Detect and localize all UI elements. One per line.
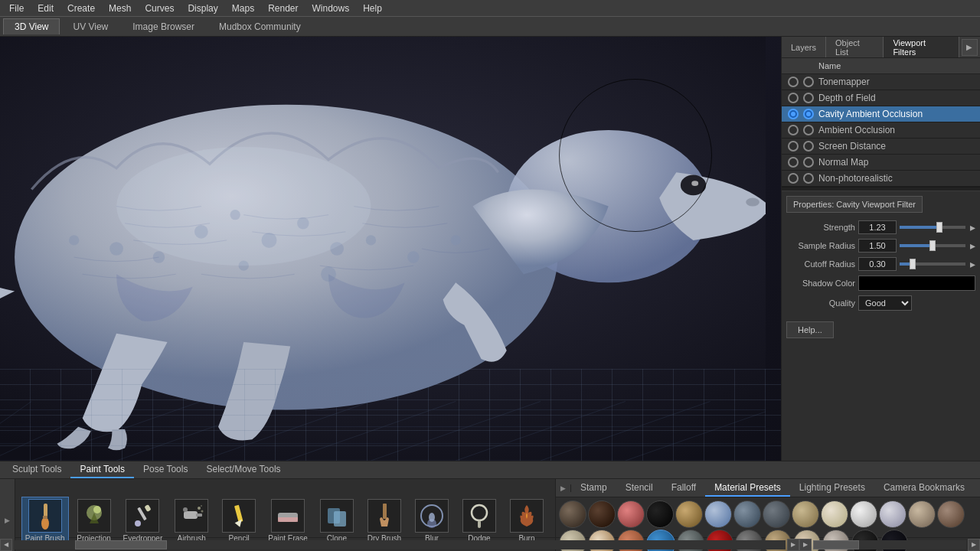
tab-3dview[interactable]: 3D View <box>3 18 60 34</box>
prop-slider-btn-sampleradius[interactable]: ▸ <box>970 240 975 252</box>
filter-dot-cavity[interactable] <box>788 109 799 119</box>
menu-curves[interactable]: Curves <box>139 2 180 15</box>
viewport-background <box>0 37 781 461</box>
material-ball-11[interactable] <box>850 500 877 528</box>
tab-imagebrowser[interactable]: Image Browser <box>121 18 206 34</box>
prop-slider-btn-strength[interactable]: ▸ <box>970 221 975 233</box>
tool-dodge[interactable]: Dodge <box>457 497 501 545</box>
subtab-material-presets[interactable]: Material Presets <box>705 479 790 497</box>
projection-icon <box>77 499 111 533</box>
bottom-right-scroll-thumb[interactable] <box>813 540 859 549</box>
subtab-lighting-presets[interactable]: Lighting Presets <box>790 479 874 497</box>
tab-paint-tools[interactable]: Paint Tools <box>70 461 133 478</box>
material-ball-2[interactable] <box>588 500 616 528</box>
subtab-camera-bookmarks[interactable]: Camera Bookmarks <box>874 479 974 497</box>
subtab-stencil[interactable]: Stencil <box>616 479 662 497</box>
material-ball-3[interactable] <box>617 500 645 528</box>
filter-visibility-ao[interactable] <box>803 125 814 135</box>
prop-swatch-shadowcolor[interactable] <box>858 276 975 291</box>
filter-item-normalmap[interactable]: Normal Map <box>782 155 980 171</box>
material-ball-4[interactable] <box>646 500 674 528</box>
filter-visibility-normalmap[interactable] <box>803 157 814 168</box>
menu-windows[interactable]: Windows <box>305 2 355 15</box>
bottom-right-scroll-track[interactable] <box>813 540 966 549</box>
prop-input-strength[interactable] <box>858 220 897 234</box>
menu-file[interactable]: File <box>3 2 30 15</box>
tool-clone[interactable]: Clone <box>315 497 359 545</box>
filter-visibility-cavity[interactable] <box>803 109 814 119</box>
prop-input-sampleradius[interactable] <box>858 239 897 253</box>
filter-dot-ao[interactable] <box>788 125 799 135</box>
menu-maps[interactable]: Maps <box>226 2 260 15</box>
prop-select-quality[interactable]: Low Medium Good High <box>858 295 912 311</box>
brush-scroll-left-arrow[interactable]: ▶ <box>556 484 571 492</box>
menu-mesh[interactable]: Mesh <box>103 2 137 15</box>
filter-dot-npr[interactable] <box>788 173 799 184</box>
filter-dot-normalmap[interactable] <box>788 157 799 168</box>
help-button[interactable]: Help... <box>786 321 834 338</box>
material-ball-12[interactable] <box>879 500 906 528</box>
tab-uvview[interactable]: UV View <box>61 18 119 34</box>
menu-help[interactable]: Help <box>357 2 388 15</box>
tool-projection[interactable]: Projection <box>72 497 116 545</box>
tab-sculpt-tools[interactable]: Sculpt Tools <box>3 461 70 478</box>
panel-arrow-button[interactable]: ▶ <box>962 39 978 56</box>
viewport-scroll-thumb[interactable] <box>75 540 167 549</box>
filter-item-ao[interactable]: Ambient Occlusion <box>782 122 980 139</box>
tab-mudboxcommunity[interactable]: Mudbox Community <box>207 18 312 34</box>
tool-airbrush[interactable]: Airbrush <box>169 497 214 545</box>
prop-input-cutoffradius[interactable] <box>858 257 897 271</box>
filter-dot-screendist[interactable] <box>788 141 799 152</box>
material-ball-10[interactable] <box>821 500 848 528</box>
filter-visibility-tonemapper[interactable] <box>803 77 814 87</box>
svg-rect-49 <box>234 504 243 522</box>
viewport-scroll-track[interactable] <box>14 540 786 549</box>
scroll-left-arrow[interactable]: ◀ <box>0 539 12 551</box>
tool-drybrush[interactable]: Dry Brush <box>362 497 407 545</box>
scroll-far-right-arrow[interactable]: ▶ <box>968 539 980 551</box>
filter-item-screendist[interactable]: Screen Distance <box>782 139 980 155</box>
tool-blur[interactable]: Blur <box>410 497 454 545</box>
menu-create[interactable]: Create <box>61 2 101 15</box>
filter-dot-tonemapper[interactable] <box>788 77 799 87</box>
tab-pose-tools[interactable]: Pose Tools <box>134 461 197 478</box>
material-ball-1[interactable] <box>559 500 586 528</box>
filter-dot-dof[interactable] <box>788 93 799 103</box>
filter-visibility-npr[interactable] <box>803 173 814 184</box>
tab-layers[interactable]: Layers <box>782 37 826 57</box>
material-ball-7[interactable] <box>733 500 761 528</box>
prop-slider-strength[interactable] <box>900 226 965 229</box>
tab-selectmove-tools[interactable]: Select/Move Tools <box>197 461 289 478</box>
subtab-stamp[interactable]: Stamp <box>571 479 616 497</box>
prop-slider-btn-cutoffradius[interactable]: ▸ <box>970 258 975 270</box>
tool-burn[interactable]: Burn <box>505 497 549 545</box>
material-ball-5[interactable] <box>675 500 703 528</box>
filter-item-tonemapper[interactable]: Tonemapper <box>782 74 980 90</box>
scroll-right-arrow[interactable]: ▶ <box>799 539 812 551</box>
filter-visibility-dof[interactable] <box>803 93 814 103</box>
prop-slider-cutoffradius[interactable] <box>900 262 965 266</box>
material-ball-13[interactable] <box>908 500 936 528</box>
material-ball-6[interactable] <box>704 500 732 528</box>
material-ball-8[interactable] <box>763 500 790 528</box>
scroll-right-end-arrow[interactable]: ▶ <box>787 539 799 551</box>
menu-display[interactable]: Display <box>181 2 224 15</box>
menu-render[interactable]: Render <box>262 2 304 15</box>
tool-eyedropper[interactable]: Eyedropper <box>119 497 167 545</box>
tab-objectlist[interactable]: Object List <box>826 37 884 57</box>
tool-paintbrush[interactable]: Paint Brush <box>21 497 69 545</box>
menu-edit[interactable]: Edit <box>31 2 60 15</box>
subtab-falloff[interactable]: Falloff <box>662 479 705 497</box>
tool-pencil[interactable]: Pencil <box>217 497 261 545</box>
tool-painterase[interactable]: Paint Erase <box>264 497 312 545</box>
filter-visibility-screendist[interactable] <box>803 141 814 152</box>
prop-slider-sampleradius[interactable] <box>900 244 965 247</box>
material-ball-14[interactable] <box>937 500 965 528</box>
viewport-3d[interactable] <box>0 37 781 461</box>
filter-item-cavity[interactable]: Cavity Ambient Occlusion <box>782 106 980 122</box>
tab-viewportfilters[interactable]: Viewport Filters <box>884 37 959 57</box>
filter-item-npr[interactable]: Non-photorealistic <box>782 171 980 187</box>
filter-item-dof[interactable]: Depth of Field <box>782 90 980 106</box>
scrollbar-bottom: ◀ ▶ ▶ ▶ <box>0 537 980 551</box>
material-ball-9[interactable] <box>792 500 819 528</box>
